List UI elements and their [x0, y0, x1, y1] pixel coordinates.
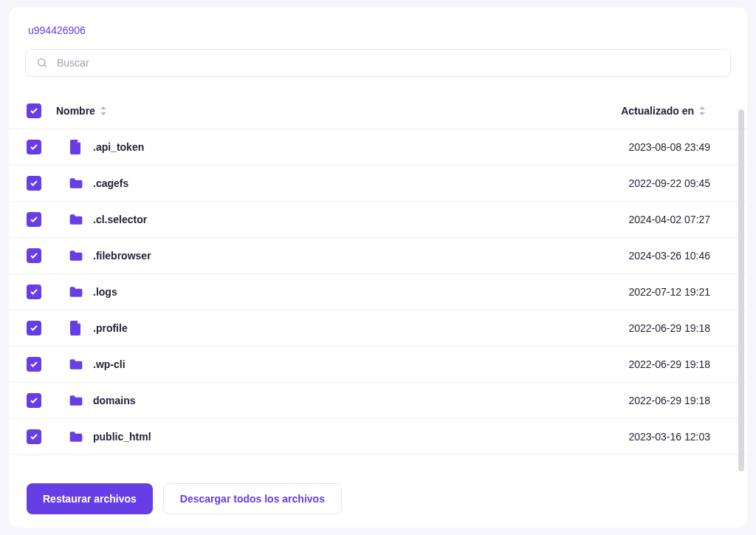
- table-row[interactable]: .cl.selector2024-04-02 07:27: [9, 202, 746, 238]
- row-checkbox[interactable]: [27, 393, 41, 408]
- row-checkbox[interactable]: [27, 176, 41, 191]
- file-table: Nombre Actualizado en .api_token2023-08-…: [9, 93, 747, 471]
- file-name: public_html: [93, 431, 151, 443]
- updated-at: 2022-07-12 19:21: [580, 286, 728, 298]
- updated-at: 2022-06-29 19:18: [580, 358, 728, 370]
- sort-icon: [698, 106, 706, 115]
- row-checkbox[interactable]: [27, 212, 41, 227]
- file-name: .logs: [93, 286, 117, 298]
- file-name: .cagefs: [93, 177, 128, 189]
- table-row[interactable]: .logs2022-07-12 19:21: [9, 274, 746, 310]
- file-name: .wp-cli: [93, 358, 126, 370]
- file-name: .profile: [93, 322, 128, 334]
- header-name[interactable]: Nombre: [56, 105, 107, 117]
- file-icon: [68, 321, 84, 335]
- updated-at: 2024-03-26 10:46: [580, 250, 728, 262]
- row-checkbox[interactable]: [27, 140, 41, 154]
- header-updated-label: Actualizado en: [621, 105, 694, 117]
- file-icon: [68, 140, 84, 154]
- table-body: .api_token2023-08-08 23:49.cagefs2022-09…: [9, 129, 747, 471]
- search-box[interactable]: [25, 49, 731, 77]
- footer-actions: Restaurar archivos Descargar todos los a…: [9, 471, 747, 528]
- svg-marker-4: [699, 106, 705, 109]
- svg-marker-5: [699, 112, 705, 115]
- search-wrap: [9, 49, 747, 77]
- table-header-row: Nombre Actualizado en: [9, 93, 747, 129]
- table-row[interactable]: .wp-cli2022-06-29 19:18: [9, 347, 746, 383]
- breadcrumb-link[interactable]: u994426906: [28, 24, 86, 36]
- updated-at: 2023-03-16 12:03: [580, 431, 728, 443]
- svg-marker-2: [100, 106, 106, 109]
- header-updated[interactable]: Actualizado en: [621, 105, 706, 117]
- table-row[interactable]: .api_token2023-08-08 23:49: [9, 129, 746, 166]
- table-row[interactable]: .filebrowser2024-03-26 10:46: [9, 238, 746, 274]
- svg-marker-3: [100, 112, 106, 115]
- search-input[interactable]: [57, 57, 720, 69]
- file-name: .cl.selector: [93, 214, 147, 225]
- sort-icon: [100, 106, 107, 115]
- row-checkbox[interactable]: [27, 248, 41, 263]
- file-name: domains: [93, 395, 136, 406]
- table-row[interactable]: public_html2023-03-16 12:03: [9, 419, 746, 455]
- folder-icon: [68, 177, 84, 190]
- header-name-label: Nombre: [56, 105, 95, 117]
- row-checkbox[interactable]: [27, 429, 41, 444]
- folder-icon: [68, 213, 84, 226]
- search-icon: [36, 57, 48, 69]
- breadcrumb: u994426906: [9, 7, 747, 49]
- row-checkbox[interactable]: [27, 357, 41, 372]
- row-checkbox[interactable]: [27, 284, 41, 299]
- folder-icon: [68, 249, 84, 262]
- folder-icon: [68, 430, 84, 443]
- svg-line-1: [44, 65, 47, 67]
- table-row[interactable]: domains2022-06-29 19:18: [9, 383, 746, 419]
- updated-at: 2022-09-22 09:45: [580, 177, 728, 189]
- scrollbar[interactable]: [738, 109, 744, 471]
- file-name: .filebrowser: [93, 250, 151, 262]
- updated-at: 2023-08-08 23:49: [580, 141, 728, 153]
- folder-icon: [68, 358, 84, 371]
- updated-at: 2024-04-02 07:27: [580, 214, 728, 225]
- row-checkbox[interactable]: [27, 321, 41, 335]
- download-all-button[interactable]: Descargar todos los archivos: [163, 483, 342, 514]
- file-manager-panel: u994426906 Nombre: [9, 7, 747, 528]
- table-row[interactable]: .profile2022-06-29 19:18: [9, 310, 746, 347]
- select-all-checkbox[interactable]: [27, 103, 41, 118]
- table-row[interactable]: .cagefs2022-09-22 09:45: [9, 166, 746, 202]
- updated-at: 2022-06-29 19:18: [580, 395, 728, 406]
- restore-files-button[interactable]: Restaurar archivos: [27, 483, 153, 514]
- folder-icon: [68, 285, 84, 299]
- updated-at: 2022-06-29 19:18: [580, 322, 728, 334]
- svg-point-0: [38, 59, 45, 66]
- folder-icon: [68, 394, 84, 407]
- file-name: .api_token: [93, 141, 144, 153]
